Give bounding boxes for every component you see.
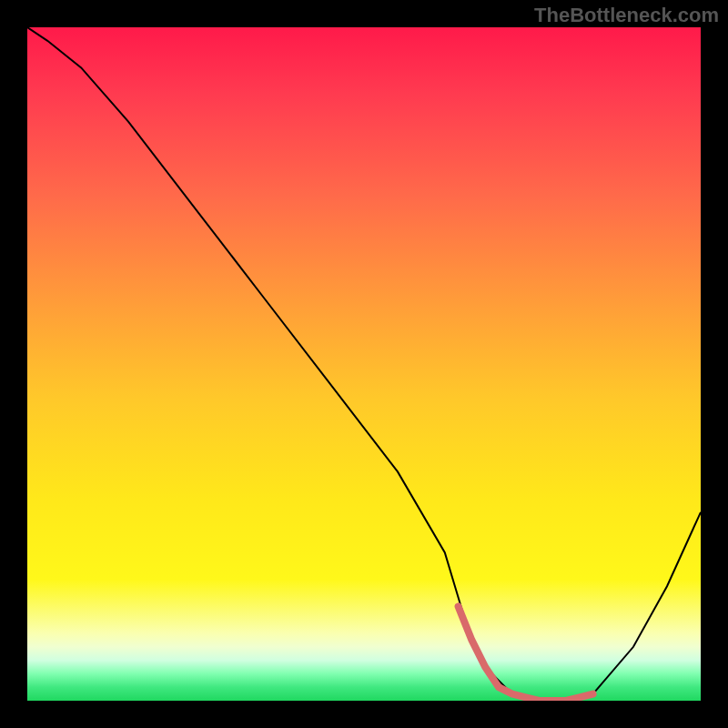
chart-svg [27, 27, 701, 701]
highlight-segment [459, 606, 593, 701]
curve-line [27, 27, 701, 701]
watermark-text: TheBottleneck.com [534, 4, 719, 27]
chart-plot-area [27, 27, 701, 701]
